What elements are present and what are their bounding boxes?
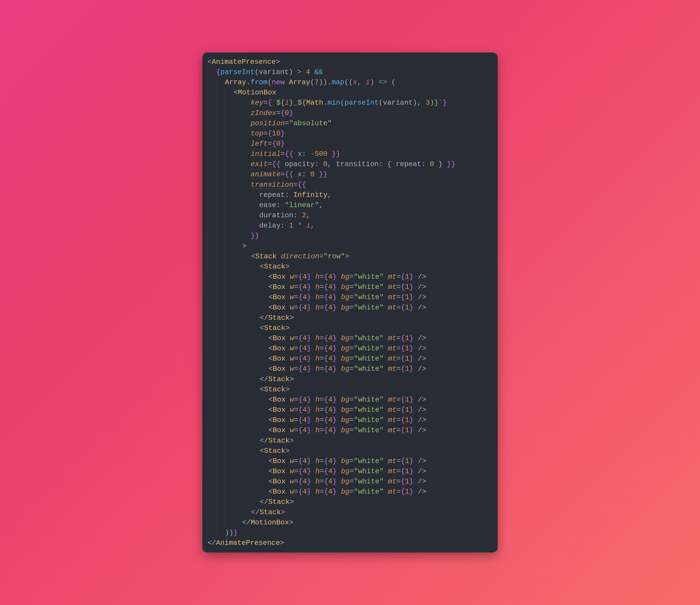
code-block: <AnimatePresence> {parseInt(variant) > 4…: [207, 57, 492, 548]
code-card: <AnimatePresence> {parseInt(variant) > 4…: [202, 52, 498, 553]
